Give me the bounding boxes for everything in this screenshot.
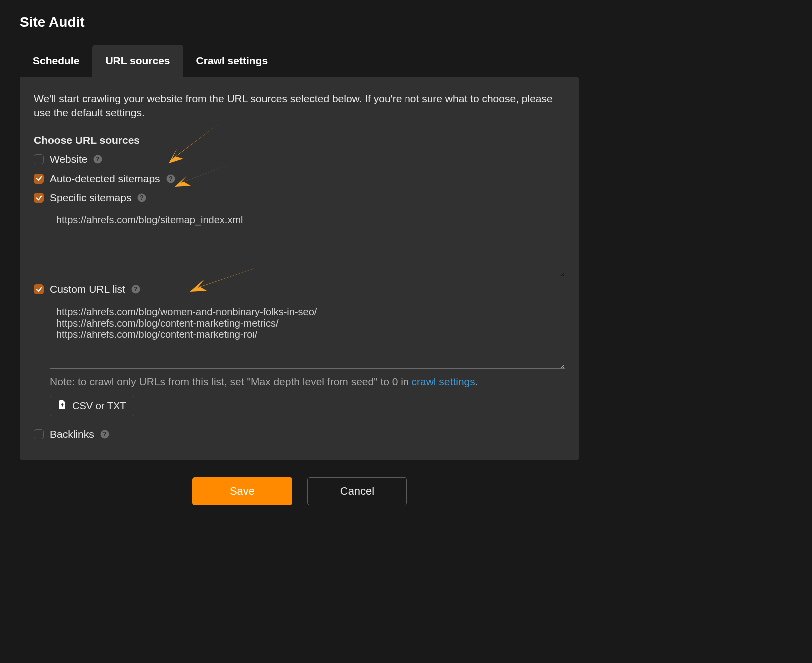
tab-url-sources[interactable]: URL sources bbox=[92, 45, 183, 77]
option-row-auto-sitemaps: Auto-detected sitemaps ? bbox=[34, 172, 565, 186]
label-backlinks: Backlinks bbox=[50, 427, 94, 441]
tab-schedule[interactable]: Schedule bbox=[20, 45, 92, 77]
label-specific-sitemaps: Specific sitemaps bbox=[50, 191, 131, 205]
upload-csv-txt-button[interactable]: CSV or TXT bbox=[50, 396, 134, 416]
tabs: Schedule URL sources Crawl settings bbox=[20, 45, 579, 77]
help-icon[interactable]: ? bbox=[131, 285, 140, 294]
help-icon[interactable]: ? bbox=[93, 155, 102, 164]
upload-file-icon bbox=[58, 400, 66, 412]
help-icon[interactable]: ? bbox=[100, 430, 109, 439]
save-button[interactable]: Save bbox=[192, 477, 292, 505]
page-title: Site Audit bbox=[20, 13, 579, 32]
checkbox-custom-url-list[interactable] bbox=[34, 284, 44, 294]
svg-text:?: ? bbox=[140, 194, 144, 201]
checkbox-backlinks[interactable] bbox=[34, 429, 44, 439]
option-row-custom-url-list: Custom URL list ? bbox=[34, 282, 565, 296]
url-sources-panel: We'll start crawling your website from t… bbox=[20, 77, 579, 460]
footer-buttons: Save Cancel bbox=[20, 477, 579, 505]
label-auto-sitemaps: Auto-detected sitemaps bbox=[50, 172, 160, 186]
help-icon[interactable]: ? bbox=[166, 174, 175, 183]
choose-sources-heading: Choose URL sources bbox=[34, 133, 565, 147]
custom-url-list-note: Note: to crawl only URLs from this list,… bbox=[50, 375, 565, 389]
note-prefix: Note: to crawl only URLs from this list,… bbox=[50, 376, 412, 387]
label-custom-url-list: Custom URL list bbox=[50, 282, 125, 296]
svg-text:?: ? bbox=[103, 431, 106, 438]
note-suffix: . bbox=[475, 376, 478, 387]
upload-label: CSV or TXT bbox=[72, 400, 126, 412]
svg-text:?: ? bbox=[134, 286, 137, 293]
label-website: Website bbox=[50, 152, 87, 166]
intro-text: We'll start crawling your website from t… bbox=[34, 92, 565, 120]
tab-crawl-settings[interactable]: Crawl settings bbox=[183, 45, 281, 77]
checkbox-auto-sitemaps[interactable] bbox=[34, 174, 44, 184]
cancel-button[interactable]: Cancel bbox=[307, 477, 407, 505]
specific-sitemaps-input[interactable] bbox=[50, 209, 565, 277]
option-row-website: Website ? bbox=[34, 152, 565, 166]
svg-text:?: ? bbox=[96, 156, 100, 163]
option-row-backlinks: Backlinks ? bbox=[34, 427, 565, 441]
custom-url-list-input[interactable] bbox=[50, 301, 565, 369]
option-row-specific-sitemaps: Specific sitemaps ? bbox=[34, 191, 565, 205]
checkbox-website[interactable] bbox=[34, 154, 44, 164]
svg-text:?: ? bbox=[169, 175, 172, 182]
checkbox-specific-sitemaps[interactable] bbox=[34, 193, 44, 203]
help-icon[interactable]: ? bbox=[137, 193, 146, 202]
crawl-settings-link[interactable]: crawl settings bbox=[412, 376, 475, 387]
